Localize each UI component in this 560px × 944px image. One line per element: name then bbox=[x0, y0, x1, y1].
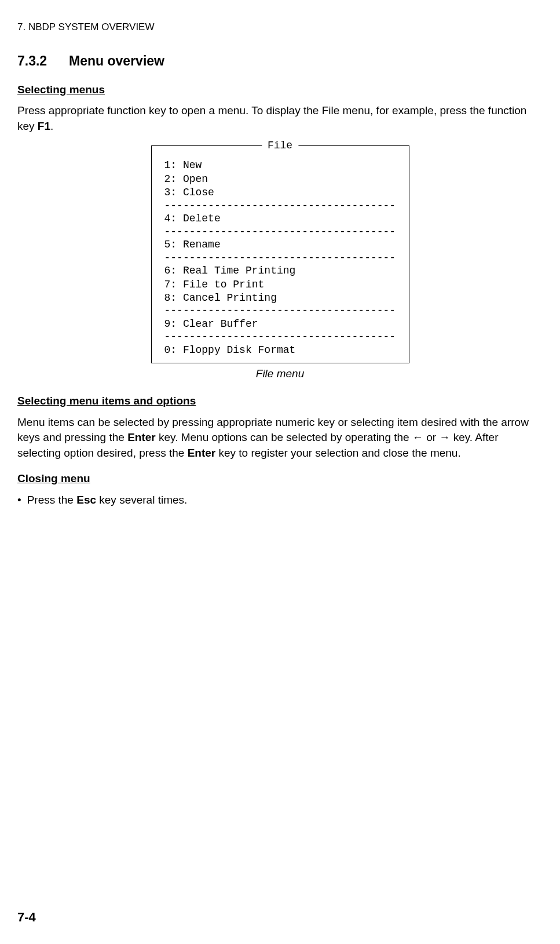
key-esc: Esc bbox=[76, 494, 96, 506]
menu-divider: ----------------------------------------… bbox=[164, 331, 396, 344]
menu-divider: ----------------------------------------… bbox=[164, 252, 396, 265]
bullet-text: Press the Esc key several times. bbox=[27, 493, 188, 508]
text-fragment: . bbox=[50, 120, 53, 132]
menu-item-clear-buffer: 9: Clear Buffer bbox=[164, 318, 396, 331]
figure-caption: File menu bbox=[17, 366, 543, 382]
file-menu-box: File 1: New 2: Open 3: Close -----------… bbox=[151, 145, 409, 363]
section-heading: 7.3.2 Menu overview bbox=[17, 49, 543, 72]
key-enter: Enter bbox=[127, 431, 156, 443]
text-fragment: Press the bbox=[27, 494, 77, 506]
menu-item-cancel-print: 8: Cancel Printing bbox=[164, 291, 396, 305]
text-fragment: Press appropriate function key to open a… bbox=[17, 104, 526, 132]
section-number: 7.3.2 bbox=[17, 53, 47, 68]
menu-divider: ----------------------------------------… bbox=[164, 305, 396, 318]
bullet-row: • Press the Esc key several times. bbox=[17, 493, 543, 508]
menu-item-rename: 5: Rename bbox=[164, 238, 396, 252]
body-text-2: Menu items can be selected by pressing a… bbox=[17, 415, 543, 461]
key-f1: F1 bbox=[38, 120, 50, 132]
subhead-selecting-items: Selecting menu items and options bbox=[17, 393, 543, 409]
text-fragment: key several times. bbox=[96, 494, 187, 506]
menu-box-title: File bbox=[262, 138, 298, 153]
menu-item-new: 1: New bbox=[164, 159, 396, 172]
menu-divider: ----------------------------------------… bbox=[164, 200, 396, 213]
bullet-icon: • bbox=[17, 493, 21, 508]
menu-item-ftp: 7: File to Print bbox=[164, 278, 396, 291]
menu-divider: ----------------------------------------… bbox=[164, 226, 396, 239]
menu-item-close: 3: Close bbox=[164, 186, 396, 199]
text-fragment: key to register your selection and close… bbox=[215, 447, 461, 459]
menu-box-container: File 1: New 2: Open 3: Close -----------… bbox=[17, 145, 543, 363]
subhead-selecting-menus: Selecting menus bbox=[17, 82, 543, 98]
menu-item-open: 2: Open bbox=[164, 173, 396, 186]
menu-item-delete: 4: Delete bbox=[164, 212, 396, 225]
page-header: 7. NBDP SYSTEM OVERVIEW bbox=[17, 20, 543, 34]
menu-item-floppy: 0: Floppy Disk Format bbox=[164, 344, 396, 357]
subhead-closing-menu: Closing menu bbox=[17, 471, 543, 487]
section-title: Menu overview bbox=[69, 53, 164, 68]
body-text-1: Press appropriate function key to open a… bbox=[17, 103, 543, 134]
key-enter: Enter bbox=[188, 447, 216, 459]
menu-item-rtp: 6: Real Time Printing bbox=[164, 264, 396, 278]
